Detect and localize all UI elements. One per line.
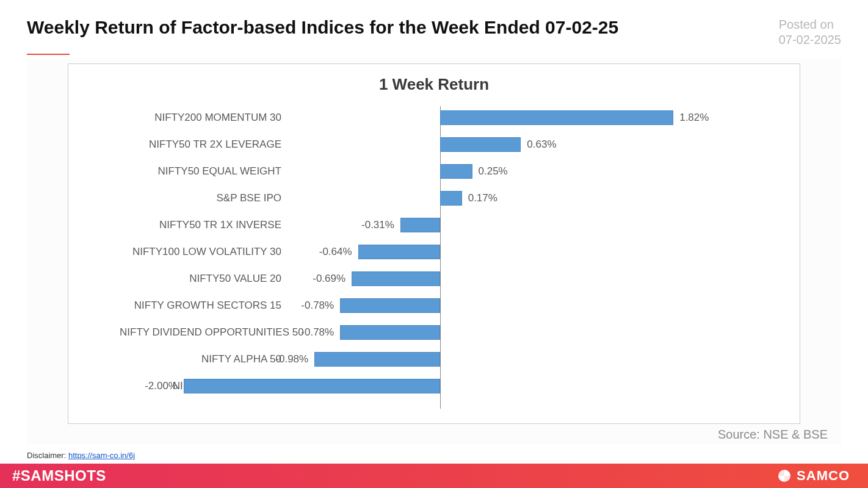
disclaimer-link[interactable]: https://sam-co.in/6j	[68, 451, 135, 460]
bar-row: NIFTY200 MOMENTUM 301.82%	[120, 110, 761, 126]
bar-value-label: 0.17%	[468, 192, 497, 204]
bar-row: NIFTY ALPHA 50-0.98%	[120, 351, 761, 367]
source-note: Source: NSE & BSE	[34, 424, 834, 442]
bar	[440, 110, 673, 125]
bar-value-label: -0.78%	[301, 300, 334, 312]
bar-row: NIFTY GROWTH SECTORS 15-0.78%	[120, 298, 761, 314]
bar-category-label: NIFTY50 TR 2X LEVERAGE	[120, 138, 281, 151]
bar-row: NIFTY DIVIDEND OPPORTUNITIES 50-0.78%	[120, 325, 761, 340]
bar-value-label: 0.25%	[479, 165, 508, 178]
bar-category-label: NIFTY200 MOMENTUM 30	[120, 112, 281, 124]
bar	[352, 271, 440, 286]
bar-value-label: -0.98%	[275, 353, 308, 365]
brand-block: SAMCO	[777, 468, 850, 484]
bar-value-label: 1.82%	[679, 112, 709, 124]
posted-block: Posted on 07-02-2025	[779, 17, 841, 48]
bar-row: S&P BSE IPO0.17%	[120, 190, 761, 206]
bar	[340, 298, 440, 313]
bar	[400, 218, 440, 232]
disclaimer: Disclaimer: https://sam-co.in/6j	[27, 451, 135, 460]
bar	[440, 191, 462, 206]
bar-value-label: -0.69%	[313, 273, 345, 285]
brand-name: SAMCO	[797, 468, 850, 484]
footer-hashtag: #SAMSHOTS	[12, 467, 106, 484]
bar-category-label: NIFTY100 LOW VOLATILITY 30	[120, 246, 281, 258]
brand-pinwheel-icon	[777, 468, 792, 483]
bar-value-label: -0.31%	[361, 219, 394, 231]
bar-category-label: S&P BSE IPO	[120, 192, 281, 204]
bar-category-label: NIFTY50 EQUAL WEIGHT	[120, 165, 281, 178]
chart-title: 1 Week Return	[83, 75, 785, 94]
chart-panel: 1 Week Return NIFTY200 MOMENTUM 301.82%N…	[27, 59, 841, 444]
bar-row: NIFTY50 TR 1X INVERSE-0.31%	[120, 217, 761, 233]
bar-category-label: NIFTY50 TR 1X INVERSE	[120, 219, 281, 231]
chart-plot-area: NIFTY200 MOMENTUM 301.82%NIFTY50 TR 2X L…	[120, 106, 761, 409]
bar	[440, 164, 472, 179]
bar-category-label: NIFTY50 VALUE 20	[120, 273, 281, 285]
disclaimer-label: Disclaimer:	[27, 451, 66, 460]
bar-category-label: NIFTY DIVIDEND OPPORTUNITIES 50	[120, 326, 281, 339]
bar	[314, 352, 440, 367]
bar-row: NIFTY50 TR 2X LEVERAGE0.63%	[120, 137, 761, 152]
bar-row: NIFTY50 VALUE 20-0.69%	[120, 271, 761, 287]
chart-box: 1 Week Return NIFTY200 MOMENTUM 301.82%N…	[68, 63, 800, 424]
bar-value-label: -0.64%	[319, 246, 352, 258]
bar-row: NIFTY200 QUALITY 30-2.00%	[120, 378, 761, 394]
footer-bar: #SAMSHOTS SAMCO	[0, 464, 868, 488]
bar-category-label: NIFTY ALPHA 50	[120, 353, 281, 365]
bar	[440, 137, 521, 152]
title-underline	[27, 54, 70, 55]
bar	[184, 379, 440, 393]
bar-value-label: -0.78%	[301, 326, 334, 339]
bar	[358, 245, 440, 259]
posted-label: Posted on	[779, 17, 841, 32]
bar-row: NIFTY50 EQUAL WEIGHT0.25%	[120, 163, 761, 179]
bar-row: NIFTY100 LOW VOLATILITY 30-0.64%	[120, 244, 761, 260]
bar	[340, 325, 440, 340]
bar-value-label: -2.00%	[145, 380, 178, 392]
posted-date: 07-02-2025	[779, 32, 841, 48]
bar-category-label: NIFTY GROWTH SECTORS 15	[120, 300, 281, 312]
bar-value-label: 0.63%	[527, 138, 556, 151]
page-title: Weekly Return of Factor-based Indices fo…	[27, 17, 618, 38]
